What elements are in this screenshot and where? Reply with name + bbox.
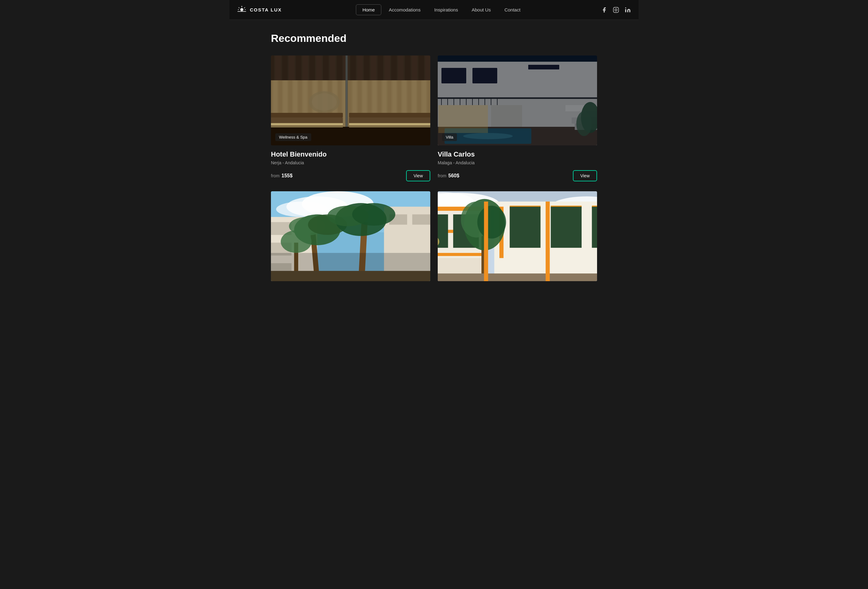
card-location-villa: Malaga - Andalucia (438, 160, 597, 165)
nav-item-contact[interactable]: Contact (498, 4, 527, 15)
svg-rect-178 (546, 202, 550, 281)
card-body-villa: Villa Carlos Malaga - Andalucia from 560… (438, 145, 597, 184)
main-nav: Home Accomodations Inspirations About Us… (282, 4, 601, 15)
card-location-hotel: Nerja - Andalucia (271, 160, 430, 165)
svg-rect-159 (438, 214, 448, 248)
svg-rect-157 (438, 253, 484, 256)
card-hotel-bienvenido: Wellness & Spa Hotel Bienvenido Nerja - … (271, 56, 430, 184)
nav-item-accomodations[interactable]: Accomodations (382, 4, 427, 15)
card-title-villa: Villa Carlos (438, 151, 597, 158)
card-price-from-villa: from (438, 173, 446, 178)
svg-rect-10 (625, 9, 626, 12)
svg-rect-0 (238, 11, 246, 12)
card-image-villa: Villa (438, 56, 597, 145)
svg-rect-83 (271, 56, 430, 145)
card-image-bottom1 (271, 191, 430, 281)
nav-item-about-us[interactable]: About Us (465, 4, 497, 15)
card-price-amount-villa: 560$ (448, 173, 459, 179)
card-bottom-left (271, 191, 430, 281)
social-links (601, 6, 631, 13)
view-button-hotel[interactable]: View (406, 170, 430, 182)
svg-rect-167 (551, 207, 582, 248)
card-body-hotel: Hotel Bienvenido Nerja - Andalucia from … (271, 145, 430, 184)
nav-item-inspirations[interactable]: Inspirations (428, 4, 464, 15)
svg-point-173 (477, 205, 506, 238)
card-price-amount-hotel: 155$ (282, 173, 293, 179)
card-price-hotel: from 155$ (271, 173, 293, 179)
card-image-bottom2 (438, 191, 597, 281)
facebook-icon[interactable] (601, 6, 608, 13)
card-tag-villa: Villa (442, 133, 457, 141)
svg-rect-165 (510, 207, 540, 248)
nav-item-home[interactable]: Home (356, 4, 381, 15)
svg-rect-169 (592, 207, 597, 248)
card-footer-hotel: from 155$ View (271, 170, 430, 182)
brand-icon (237, 5, 247, 15)
svg-rect-84 (271, 123, 343, 125)
brand-logo[interactable]: COSTA LUX (237, 5, 282, 15)
card-price-from-hotel: from (271, 173, 280, 178)
instagram-icon[interactable] (613, 6, 619, 13)
cards-grid: Wellness & Spa Hotel Bienvenido Nerja - … (271, 56, 597, 281)
svg-rect-116 (438, 105, 488, 133)
card-price-villa: from 560$ (438, 173, 459, 179)
svg-point-144 (352, 203, 395, 226)
svg-rect-134 (412, 214, 430, 225)
card-tag-hotel: Wellness & Spa (275, 133, 311, 141)
svg-point-146 (281, 230, 311, 253)
svg-point-11 (625, 7, 626, 8)
svg-point-1 (240, 8, 244, 11)
navbar: COSTA LUX Home Accomodations Inspiration… (229, 0, 639, 20)
section-title: Recommended (271, 32, 597, 44)
main-content: Recommended (264, 20, 604, 294)
brand-name: COSTA LUX (250, 7, 282, 12)
view-button-villa[interactable]: View (573, 170, 597, 182)
svg-line-3 (244, 7, 245, 8)
svg-rect-148 (271, 253, 430, 281)
svg-rect-176 (438, 273, 597, 281)
card-image-hotel: Wellness & Spa (271, 56, 430, 145)
card-villa-carlos: Villa Villa Carlos Malaga - Andalucia fr… (438, 56, 597, 184)
svg-rect-7 (614, 7, 619, 12)
svg-rect-177 (484, 202, 488, 281)
card-title-hotel: Hotel Bienvenido (271, 151, 430, 158)
linkedin-icon[interactable] (624, 6, 631, 13)
svg-point-8 (615, 9, 617, 11)
svg-rect-85 (349, 123, 430, 125)
svg-line-4 (239, 7, 239, 8)
card-footer-villa: from 560$ View (438, 170, 597, 182)
card-bottom-right (438, 191, 597, 281)
